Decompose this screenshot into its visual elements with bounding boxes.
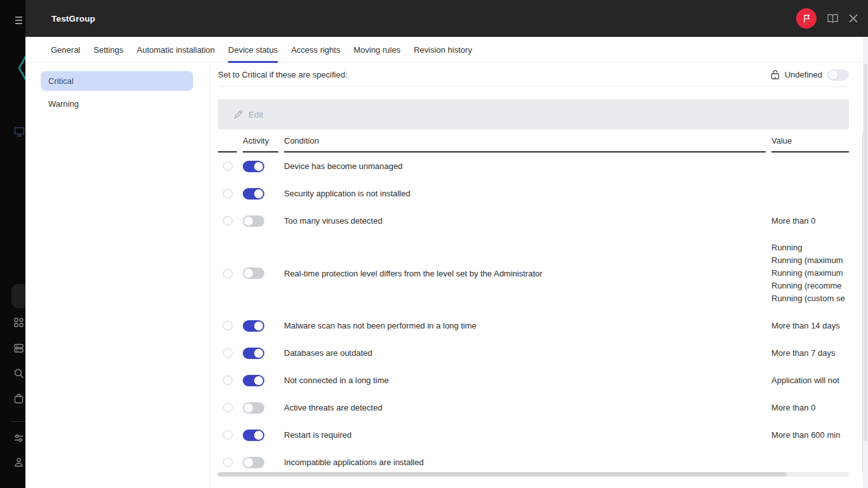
hamburger-menu-icon[interactable] (15, 17, 22, 24)
search-icon[interactable] (13, 368, 25, 379)
window-scrollbar[interactable] (863, 37, 868, 488)
status-subnav: Critical Warning (25, 63, 210, 488)
condition-cell: Too many viruses detected (284, 216, 766, 226)
table-row: Malware scan has not been performed in a… (218, 312, 849, 339)
activity-toggle[interactable] (243, 320, 264, 332)
settings-sliders-icon[interactable] (13, 433, 25, 444)
kaspersky-logo-icon[interactable] (17, 55, 25, 81)
condition-cell: Real-time protection level differs from … (284, 269, 766, 278)
activity-toggle[interactable] (243, 215, 264, 227)
row-select-radio[interactable] (223, 403, 233, 412)
column-header-activity: Activity (243, 136, 278, 152)
value-cell: More than 600 min (771, 429, 849, 442)
table-header: Activity Condition Value (218, 130, 849, 152)
marketplace-icon[interactable] (13, 393, 25, 405)
pencil-icon (234, 110, 243, 119)
close-icon (849, 14, 858, 23)
row-select-radio[interactable] (223, 430, 233, 440)
value-cell: More than 7 days (771, 347, 849, 360)
window-scrollbar-thumb[interactable] (864, 64, 867, 442)
notifications-flag-button[interactable] (796, 8, 817, 29)
table-row: Not connected in a long timeApplication … (218, 367, 849, 394)
tab-moving-rules[interactable]: Moving rules (353, 37, 400, 62)
edit-button[interactable]: Edit (218, 99, 849, 130)
value-cell: Application will not (771, 374, 849, 387)
value-cell: More than 0 (771, 215, 849, 227)
condition-cell: Restart is required (284, 430, 766, 440)
table-row: Security application is not installed (218, 180, 849, 207)
row-select-radio[interactable] (223, 348, 233, 358)
sidebar-divider (11, 421, 25, 422)
tab-general[interactable]: General (51, 37, 80, 62)
tab-revision-history[interactable]: Revision history (414, 37, 472, 62)
user-account-icon[interactable] (13, 457, 25, 468)
activity-toggle[interactable] (243, 348, 264, 359)
condition-cell: Incompatible applications are installed (284, 458, 766, 467)
table-row: Device has become unmanaged (218, 152, 849, 180)
table-row: Too many viruses detectedMore than 0 (218, 207, 849, 234)
sidebar-active-item[interactable] (11, 284, 25, 308)
close-window-button[interactable] (849, 14, 858, 23)
assets-icon[interactable] (13, 317, 25, 329)
table-row: Active threats are detectedMore than 0 (218, 394, 849, 421)
condition-cell: Device has become unmanaged (284, 161, 766, 171)
criteria-caption: Set to Critical if these are specified: (218, 70, 348, 79)
activity-toggle[interactable] (243, 457, 264, 468)
condition-cell: Databases are outdated (284, 348, 766, 358)
row-select-radio[interactable] (223, 376, 233, 385)
column-header-value: Value (771, 136, 849, 152)
row-select-radio[interactable] (223, 269, 233, 278)
value-cell: More than 0 (771, 402, 849, 414)
value-cell: RunningRunning (maximumRunning (maximumR… (771, 241, 849, 305)
subnav-item-warning[interactable]: Warning (41, 94, 193, 114)
conditions-table-body: Device has become unmanagedSecurity appl… (218, 152, 849, 476)
window-title: TestGroup (51, 14, 95, 24)
condition-cell: Security application is not installed (284, 189, 766, 198)
window-titlebar: TestGroup (25, 0, 868, 37)
activity-toggle[interactable] (243, 375, 264, 386)
row-select-radio[interactable] (223, 216, 233, 226)
activity-toggle[interactable] (243, 402, 264, 414)
row-select-radio[interactable] (223, 458, 233, 467)
table-horizontal-scrollbar-track[interactable] (218, 472, 849, 477)
row-select-radio[interactable] (223, 189, 233, 198)
book-icon (827, 13, 839, 24)
activity-toggle[interactable] (243, 188, 264, 200)
row-select-radio[interactable] (223, 321, 233, 330)
subnav-item-critical[interactable]: Critical (41, 71, 193, 91)
undefined-toggle[interactable] (827, 69, 849, 81)
tab-device-status[interactable]: Device status (228, 37, 278, 62)
edit-button-label: Edit (248, 110, 263, 119)
tab-automatic-installation[interactable]: Automatic installation (137, 37, 215, 62)
table-horizontal-scrollbar-thumb[interactable] (218, 472, 787, 477)
selection-column-header (218, 146, 237, 152)
column-header-condition: Condition (284, 136, 766, 152)
activity-toggle[interactable] (243, 161, 264, 172)
reports-icon[interactable] (13, 342, 25, 354)
value-cell: More than 14 days (771, 320, 849, 332)
tab-bar: General Settings Automatic installation … (25, 37, 868, 63)
row-select-radio[interactable] (223, 161, 233, 171)
unlocked-padlock-icon (771, 70, 780, 79)
condition-cell: Active threats are detected (284, 403, 766, 412)
tab-access-rights[interactable]: Access rights (291, 37, 340, 62)
help-book-button[interactable] (827, 13, 839, 24)
table-row: Real-time protection level differs from … (218, 234, 849, 312)
condition-cell: Not connected in a long time (284, 376, 766, 385)
flag-icon (802, 14, 811, 24)
devices-icon[interactable] (14, 126, 25, 137)
table-row: Restart is requiredMore than 600 min (218, 421, 849, 449)
activity-toggle[interactable] (243, 268, 264, 279)
table-row: Databases are outdatedMore than 7 days (218, 339, 849, 367)
content-area: General Settings Automatic installation … (25, 37, 868, 488)
device-status-panel: Set to Critical if these are specified: … (210, 63, 868, 488)
condition-cell: Malware scan has not been performed in a… (284, 321, 766, 330)
activity-toggle[interactable] (243, 430, 264, 441)
app-sidebar (0, 0, 25, 488)
tab-settings[interactable]: Settings (93, 37, 123, 62)
lock-state-label: Undefined (785, 70, 822, 79)
